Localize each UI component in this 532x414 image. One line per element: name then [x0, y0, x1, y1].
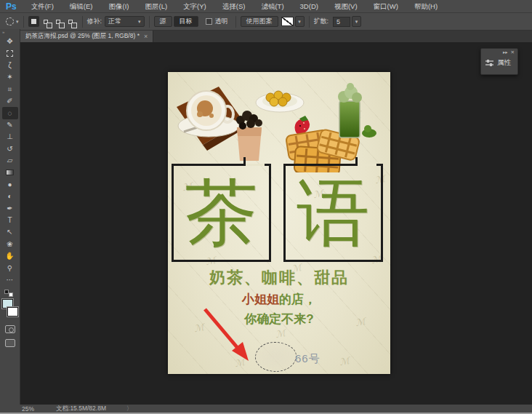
- brush-tool[interactable]: ✎: [2, 119, 18, 131]
- caret-down-icon: ▾: [355, 19, 358, 25]
- marquee-icon: [7, 50, 13, 57]
- properties-panel: ▸▸ ✕ 属性: [480, 48, 518, 75]
- menu-view[interactable]: 视图(V): [326, 0, 366, 13]
- rectangular-marquee-tool[interactable]: [2, 47, 18, 59]
- watermark: ℳ: [275, 327, 286, 340]
- collapse-panel-icon[interactable]: ▸▸: [503, 50, 508, 55]
- poster-canvas[interactable]: ℳ ℳ ℳ ℳ ℳ ℳ ℳ ℳ ℳ ℳ ℳ ℳ ℳ ℳ: [168, 72, 390, 374]
- custom-shape-tool[interactable]: ❀: [2, 239, 18, 250]
- patch-source-button[interactable]: 源: [154, 16, 172, 27]
- photoshop-window: Ps 文件(F) 编辑(E) 图像(I) 图层(L) 文字(Y) 选择(S) 滤…: [0, 0, 532, 414]
- coffee-cup-image: [177, 87, 243, 151]
- properties-sliders-icon: [485, 59, 494, 67]
- gradient-icon: [6, 170, 14, 175]
- default-colors-icon[interactable]: [4, 290, 16, 297]
- properties-panel-button[interactable]: 属性: [481, 58, 517, 68]
- caret-down-icon[interactable]: ▾: [16, 19, 19, 25]
- add-to-selection-mode-button[interactable]: [41, 16, 52, 27]
- menu-select[interactable]: 选择(S): [214, 0, 254, 13]
- poster-title-char-left: 茶: [185, 177, 258, 250]
- eyedropper-tool[interactable]: ✐: [2, 95, 18, 107]
- zoom-tool[interactable]: ⚲: [2, 262, 18, 274]
- quick-selection-tool[interactable]: ✶: [2, 71, 18, 83]
- patch-mode-value: 正常: [108, 17, 136, 26]
- patch-mode-dropdown[interactable]: 正常 ▾: [105, 16, 145, 27]
- history-brush-tool[interactable]: ↺: [2, 143, 18, 155]
- watermark: ℳ: [339, 355, 350, 367]
- tab-close-icon[interactable]: ×: [144, 33, 148, 40]
- poster-line2-rest: 的店，: [279, 292, 316, 306]
- document-tab-title: 奶茶店海报.psd @ 25% (图层 1, RGB/8) *: [25, 32, 140, 41]
- menu-bar: Ps 文件(F) 编辑(E) 图像(I) 图层(L) 文字(Y) 选择(S) 滤…: [0, 0, 532, 13]
- blur-tool[interactable]: ●: [2, 179, 18, 191]
- divider: [82, 16, 83, 28]
- pattern-picker-button[interactable]: ▾: [295, 16, 305, 27]
- screen-mode-button[interactable]: [5, 339, 15, 347]
- quick-mask-button[interactable]: [5, 325, 15, 333]
- frame-gap: [246, 164, 265, 166]
- menu-layer[interactable]: 图层(L): [137, 0, 175, 13]
- dodge-tool[interactable]: ◐: [2, 191, 18, 202]
- menu-help[interactable]: 帮助(H): [406, 0, 446, 13]
- title-frame-right: 语: [283, 164, 383, 262]
- background-color-swatch[interactable]: [7, 307, 18, 317]
- menu-filter[interactable]: 滤镜(T): [253, 0, 291, 13]
- diffusion-value-input[interactable]: 5: [333, 17, 350, 27]
- dessert-plate-image: [256, 91, 304, 112]
- diffusion-label: 扩散:: [314, 17, 329, 26]
- title-frame-left: 茶: [172, 164, 271, 262]
- frame-tick: [355, 157, 358, 166]
- frame-tick: [243, 157, 246, 166]
- tools-panel: » ✥ ζ ✶ ⌗ ✐ ◌ ✎ ⊥ ↺ ▱ ● ◐ ✒ T ↖ ❀ ✋ ⚲ ⋯: [0, 29, 20, 405]
- crop-tool[interactable]: ⌗: [2, 84, 18, 95]
- status-options-chevron-icon[interactable]: 〉: [126, 405, 132, 413]
- close-panel-icon[interactable]: ✕: [511, 50, 515, 55]
- eraser-tool[interactable]: ▱: [2, 155, 18, 167]
- patch-tool[interactable]: ◌: [2, 107, 18, 119]
- poster-title-char-right: 语: [297, 177, 370, 250]
- subtract-selection-icon: [56, 20, 60, 24]
- transparent-checkbox[interactable]: [206, 18, 212, 25]
- move-tool[interactable]: ✥: [2, 36, 18, 47]
- menu-edit[interactable]: 编辑(E): [62, 0, 101, 13]
- hand-tool[interactable]: ✋: [2, 250, 18, 262]
- bubble-tea-image: [236, 111, 262, 161]
- use-pattern-button[interactable]: 使用图案: [241, 16, 278, 27]
- diffusion-dropdown-button[interactable]: ▾: [352, 16, 361, 27]
- patch-tool-preset-icon: [6, 17, 14, 25]
- divider: [235, 16, 236, 28]
- tool-options-bar: ▾ 修补: 正常 ▾ 源 目标 透明 使用图案 ▾ 扩散: 5 ▾: [0, 13, 532, 31]
- path-selection-tool[interactable]: ↖: [2, 226, 18, 238]
- poster-line2-highlight: 小姐姐: [242, 292, 279, 306]
- intersect-selection-mode-button[interactable]: [65, 16, 76, 27]
- gradient-tool[interactable]: [2, 167, 18, 178]
- add-selection-icon: [44, 20, 48, 24]
- intersect-selection-icon: [68, 20, 73, 24]
- patch-target-button[interactable]: 目标: [174, 16, 198, 27]
- type-tool[interactable]: T: [2, 215, 18, 226]
- new-selection-mode-button[interactable]: [28, 16, 39, 27]
- pattern-swatch[interactable]: [281, 17, 294, 26]
- tool-preset-picker[interactable]: ▾: [6, 17, 19, 25]
- menu-window[interactable]: 窗口(W): [366, 0, 406, 13]
- edit-toolbar-button[interactable]: ⋯: [2, 274, 18, 286]
- document-tab-bar: 奶茶店海报.psd @ 25% (图层 1, RGB/8) * ×: [20, 31, 532, 42]
- caret-down-icon: ▾: [138, 19, 141, 25]
- tools-panel-collapse-icon[interactable]: »: [0, 29, 20, 36]
- clone-stamp-tool[interactable]: ⊥: [2, 131, 18, 143]
- transparent-label: 透明: [215, 17, 228, 26]
- zoom-level-field[interactable]: 25%: [22, 405, 34, 413]
- document-tab[interactable]: 奶茶店海报.psd @ 25% (图层 1, RGB/8) * ×: [20, 31, 153, 42]
- patch-selection-marching-ants[interactable]: [255, 342, 297, 372]
- menu-type[interactable]: 文字(Y): [175, 0, 214, 13]
- menu-3d[interactable]: 3D(D): [292, 0, 326, 13]
- properties-panel-header: ▸▸ ✕: [481, 49, 517, 57]
- matcha-drink-image: [338, 83, 376, 138]
- menu-file[interactable]: 文件(F): [23, 0, 62, 13]
- caret-down-icon: ▾: [298, 19, 301, 25]
- pen-tool[interactable]: ✒: [2, 202, 18, 214]
- menu-image[interactable]: 图像(I): [101, 0, 137, 13]
- subtract-selection-mode-button[interactable]: [53, 16, 64, 27]
- lasso-tool[interactable]: ζ: [2, 60, 18, 71]
- status-bar: 25% 文档:15.5M/82.8M 〉: [0, 405, 532, 413]
